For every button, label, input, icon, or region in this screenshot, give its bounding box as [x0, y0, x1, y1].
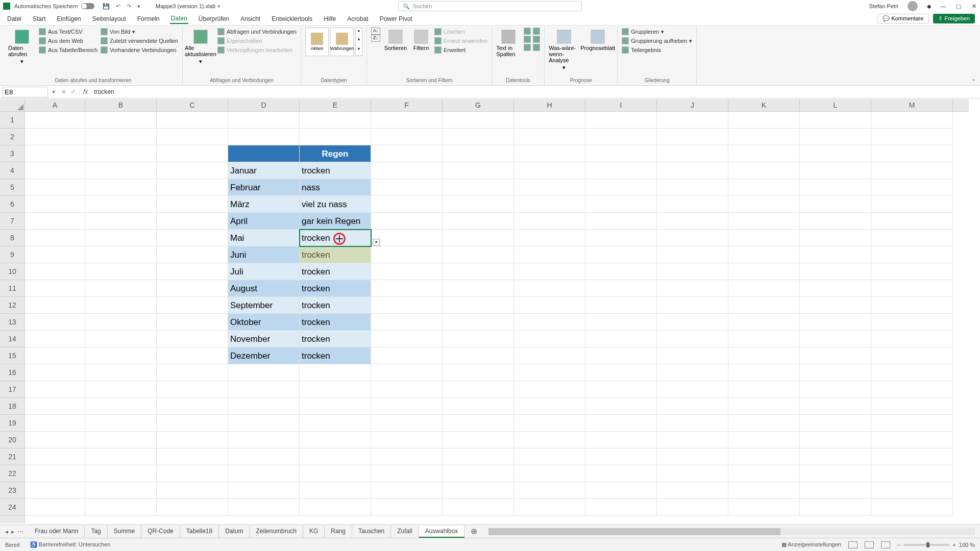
cell-F8[interactable]	[371, 230, 443, 246]
cell-C6[interactable]	[157, 196, 228, 213]
tab-formeln[interactable]: Formeln	[136, 14, 161, 23]
ungroup-button[interactable]: Gruppierung aufheben ▾	[622, 37, 692, 45]
select-all-corner[interactable]	[0, 99, 25, 112]
cell-C15[interactable]	[157, 347, 228, 364]
camera-icon[interactable]: ▾	[137, 3, 140, 10]
cell-H14[interactable]	[514, 331, 585, 347]
sort-az-button[interactable]: A↓	[371, 28, 380, 35]
cell-B6[interactable]	[85, 196, 157, 213]
cell-E9[interactable]: trocken	[300, 246, 371, 263]
cell-J8[interactable]	[657, 230, 728, 246]
enter-icon[interactable]: ✓	[70, 88, 76, 95]
cell-J16[interactable]	[657, 364, 728, 381]
cell-I1[interactable]	[585, 112, 657, 129]
row-16[interactable]: 16	[0, 364, 24, 381]
row-24[interactable]: 24	[0, 499, 24, 516]
cell-A19[interactable]	[25, 415, 85, 432]
cell-J5[interactable]	[657, 179, 728, 196]
cell-I20[interactable]	[585, 432, 657, 448]
sheet-prev-icon[interactable]: ▸	[11, 528, 14, 535]
gallery-down-icon[interactable]: ▾	[356, 37, 362, 46]
page-layout-view-icon[interactable]	[865, 541, 874, 548]
cell-F21[interactable]	[371, 448, 443, 465]
row-3[interactable]: 3	[0, 145, 24, 162]
cell-J11[interactable]	[657, 280, 728, 297]
cell-J2[interactable]	[657, 129, 728, 145]
sheet-summe[interactable]: Summe	[108, 525, 141, 538]
cell-H23[interactable]	[514, 482, 585, 499]
sheet-tauschen[interactable]: Tauschen	[352, 525, 391, 538]
col-M[interactable]: M	[871, 99, 953, 111]
cell-M21[interactable]	[871, 448, 953, 465]
cell-F9[interactable]	[371, 246, 443, 263]
cell-F23[interactable]	[371, 482, 443, 499]
cell-G22[interactable]	[443, 465, 514, 482]
cell-H12[interactable]	[514, 297, 585, 314]
cell-B11[interactable]	[85, 280, 157, 297]
cell-I15[interactable]	[585, 347, 657, 364]
redo-icon[interactable]: ↷	[127, 3, 131, 10]
cell-D13[interactable]: Oktober	[228, 314, 300, 331]
cell-A16[interactable]	[25, 364, 85, 381]
cell-B14[interactable]	[85, 331, 157, 347]
cell-K19[interactable]	[728, 415, 800, 432]
row-8[interactable]: 8	[0, 230, 24, 246]
autosave-toggle[interactable]	[81, 3, 94, 9]
cell-K24[interactable]	[728, 499, 800, 516]
cell-J24[interactable]	[657, 499, 728, 516]
cell-L14[interactable]	[800, 331, 871, 347]
sheet-auswahlbox[interactable]: Auswahlbox	[419, 525, 465, 538]
cell-E24[interactable]	[300, 499, 371, 516]
cell-L7[interactable]	[800, 213, 871, 230]
cell-K1[interactable]	[728, 112, 800, 129]
refresh-all-button[interactable]: Alle aktualisieren▾	[187, 28, 214, 67]
cell-M18[interactable]	[871, 398, 953, 415]
cell-L6[interactable]	[800, 196, 871, 213]
cell-B12[interactable]	[85, 297, 157, 314]
cell-I14[interactable]	[585, 331, 657, 347]
row-17[interactable]: 17	[0, 381, 24, 398]
cell-D12[interactable]: September	[228, 297, 300, 314]
cell-G17[interactable]	[443, 381, 514, 398]
sheet-tag[interactable]: Tag	[85, 525, 107, 538]
zoom-in-icon[interactable]: +	[952, 542, 955, 548]
cell-K21[interactable]	[728, 448, 800, 465]
cell-M7[interactable]	[871, 213, 953, 230]
col-J[interactable]: J	[657, 99, 728, 111]
cell-M11[interactable]	[871, 280, 953, 297]
filename-dropdown-icon[interactable]: ▾	[217, 3, 220, 10]
cell-K8[interactable]	[728, 230, 800, 246]
cell-C9[interactable]	[157, 246, 228, 263]
cell-I13[interactable]	[585, 314, 657, 331]
cell-K22[interactable]	[728, 465, 800, 482]
row-12[interactable]: 12	[0, 297, 24, 314]
cell-D19[interactable]	[228, 415, 300, 432]
cell-D4[interactable]: Januar	[228, 162, 300, 179]
get-data-button[interactable]: Daten abrufen▾	[8, 28, 36, 67]
cell-J12[interactable]	[657, 297, 728, 314]
cell-B24[interactable]	[85, 499, 157, 516]
gallery-up-icon[interactable]: ▴	[356, 28, 362, 37]
cell-L24[interactable]	[800, 499, 871, 516]
cell-J14[interactable]	[657, 331, 728, 347]
cell-E13[interactable]: trocken	[300, 314, 371, 331]
cell-I8[interactable]	[585, 230, 657, 246]
collapse-ribbon-icon[interactable]: ⌄	[971, 76, 976, 82]
cell-F12[interactable]	[371, 297, 443, 314]
cell-L11[interactable]	[800, 280, 871, 297]
row-14[interactable]: 14	[0, 331, 24, 347]
cell-L18[interactable]	[800, 398, 871, 415]
cell-M17[interactable]	[871, 381, 953, 398]
cell-C14[interactable]	[157, 331, 228, 347]
cell-F3[interactable]	[371, 145, 443, 162]
cell-L19[interactable]	[800, 415, 871, 432]
cell-A10[interactable]	[25, 263, 85, 280]
cell-I10[interactable]	[585, 263, 657, 280]
cell-A4[interactable]	[25, 162, 85, 179]
cell-H1[interactable]	[514, 112, 585, 129]
cell-H4[interactable]	[514, 162, 585, 179]
save-icon[interactable]: 💾	[103, 3, 110, 10]
cell-B9[interactable]	[85, 246, 157, 263]
cell-B5[interactable]	[85, 179, 157, 196]
data-validation-icon[interactable]	[524, 36, 531, 43]
